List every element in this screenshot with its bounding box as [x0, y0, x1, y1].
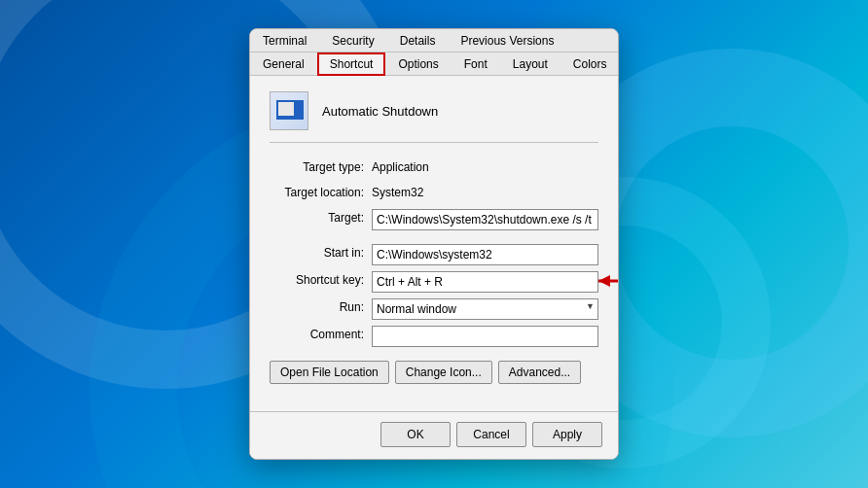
tab-layout[interactable]: Layout — [500, 52, 561, 76]
tab-bar: Terminal Security Details Previous Versi… — [250, 29, 618, 76]
tab-general[interactable]: General — [250, 52, 317, 76]
tab-row-2: General Shortcut Options Font Layout Col… — [250, 52, 618, 75]
tab-colors[interactable]: Colors — [561, 52, 619, 76]
comment-label: Comment: — [270, 326, 372, 341]
shortcut-key-row: Shortcut key: — [270, 271, 598, 293]
shortcut-key-label: Shortcut key: — [270, 271, 372, 287]
app-icon — [270, 91, 308, 130]
start-in-label: Start in: — [270, 244, 372, 260]
ok-button[interactable]: OK — [380, 422, 451, 447]
target-location-row: Target location: System32 — [270, 184, 598, 203]
tab-previous-versions[interactable]: Previous Versions — [448, 29, 566, 52]
shortcut-key-input[interactable] — [372, 271, 598, 293]
advanced-button[interactable]: Advanced... — [498, 361, 581, 384]
target-row: Target: — [270, 209, 598, 230]
dialog-content: Automatic Shutdown Target type: Applicat… — [250, 76, 618, 411]
properties-dialog: Terminal Security Details Previous Versi… — [249, 28, 619, 460]
tab-security[interactable]: Security — [319, 29, 386, 52]
target-label: Target: — [270, 209, 372, 225]
comment-row: Comment: — [270, 326, 598, 347]
cancel-button[interactable]: Cancel — [456, 422, 526, 447]
dialog-overlay: Terminal Security Details Previous Versi… — [0, 0, 868, 488]
change-icon-button[interactable]: Change Icon... — [395, 361, 492, 384]
app-header: Automatic Shutdown — [270, 91, 598, 143]
start-in-input[interactable] — [372, 244, 598, 265]
run-row: Run: Normal window Minimized Maximized — [270, 298, 598, 320]
tab-details[interactable]: Details — [387, 29, 449, 52]
tab-terminal[interactable]: Terminal — [250, 29, 319, 52]
target-input[interactable] — [372, 209, 598, 230]
run-select-wrapper: Normal window Minimized Maximized — [372, 298, 598, 320]
target-location-value: System32 — [372, 184, 423, 199]
action-buttons: Open File Location Change Icon... Advanc… — [270, 361, 598, 384]
app-title: Automatic Shutdown — [322, 104, 438, 119]
tab-font[interactable]: Font — [452, 52, 500, 76]
target-type-value: Application — [372, 158, 429, 174]
tab-row-1: Terminal Security Details Previous Versi… — [250, 29, 618, 52]
apply-button[interactable]: Apply — [532, 422, 602, 447]
shortcut-arrow-container — [372, 271, 598, 293]
svg-marker-1 — [598, 275, 610, 287]
tab-options[interactable]: Options — [385, 52, 451, 76]
run-label: Run: — [270, 298, 372, 314]
target-type-row: Target type: Application — [270, 158, 598, 178]
open-file-location-button[interactable]: Open File Location — [270, 361, 389, 384]
run-select[interactable]: Normal window Minimized Maximized — [372, 298, 598, 320]
target-type-label: Target type: — [270, 158, 372, 174]
start-in-row: Start in: — [270, 244, 598, 265]
tab-shortcut[interactable]: Shortcut — [317, 52, 386, 76]
target-location-label: Target location: — [270, 184, 372, 199]
dialog-footer: OK Cancel Apply — [250, 411, 618, 459]
comment-input[interactable] — [372, 326, 598, 347]
